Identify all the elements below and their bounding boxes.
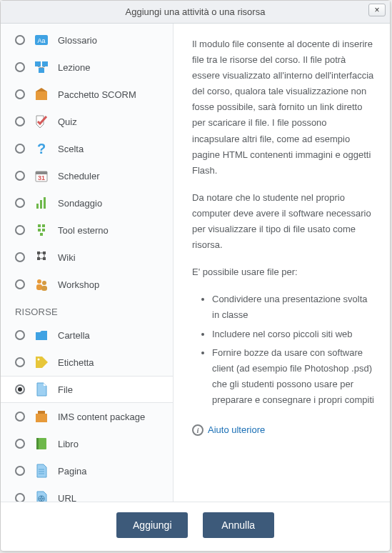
radio-pagina[interactable]: [15, 466, 25, 476]
svg-rect-24: [43, 257, 46, 260]
radio-toolesterno[interactable]: [15, 225, 25, 235]
resource-item-pagina[interactable]: Pagina: [1, 457, 173, 484]
activity-item-label: Scheduler: [58, 171, 167, 181]
svg-rect-20: [40, 233, 43, 236]
page-icon: [32, 462, 51, 480]
label-icon: [32, 353, 51, 372]
radio-scelta[interactable]: [15, 144, 25, 154]
svg-point-30: [42, 281, 46, 285]
description-bullets: Condividere una presentazione svolta in …: [212, 292, 374, 408]
radio-workshop[interactable]: [15, 279, 25, 289]
activity-chooser-dialog: Aggiungi una attività o una risorsa × Aa…: [0, 0, 391, 552]
radio-etichetta[interactable]: [15, 357, 25, 367]
svg-rect-17: [42, 224, 45, 227]
file-icon: [32, 380, 51, 399]
radio-cartella[interactable]: [15, 330, 25, 340]
radio-quiz[interactable]: [15, 116, 25, 126]
resource-item-label: URL: [58, 493, 167, 502]
svg-marker-8: [36, 88, 47, 91]
modules-list[interactable]: AaGlossarioLezionePacchetto SCORMQuiz?Sc…: [1, 24, 174, 502]
svg-rect-14: [40, 200, 42, 209]
description-p3: E' possibile usare file per:: [192, 264, 374, 280]
svg-rect-32: [41, 286, 47, 291]
svg-rect-2: [35, 61, 41, 66]
svg-rect-4: [39, 68, 44, 73]
resource-item-label: Etichetta: [58, 357, 167, 368]
svg-point-29: [37, 279, 41, 284]
activity-item-lezione[interactable]: Lezione: [1, 54, 173, 81]
activity-item-label: Quiz: [58, 116, 167, 127]
activity-item-label: Scelta: [58, 144, 167, 154]
survey-icon: [32, 194, 51, 212]
radio-libro[interactable]: [15, 439, 25, 449]
radio-scheduler[interactable]: [15, 171, 25, 181]
svg-rect-31: [36, 284, 42, 290]
svg-text:?: ?: [37, 141, 46, 156]
calendar-icon: 31: [32, 166, 51, 185]
resource-item-label: IMS content package: [58, 412, 167, 422]
svg-rect-15: [44, 197, 46, 209]
svg-rect-13: [36, 204, 39, 209]
svg-line-6: [41, 66, 45, 68]
svg-point-33: [38, 359, 40, 361]
svg-rect-7: [36, 91, 47, 100]
cancel-button[interactable]: Annulla: [203, 512, 274, 538]
close-button[interactable]: ×: [368, 4, 386, 16]
description-bullet: Condividere una presentazione svolta in …: [212, 292, 374, 323]
activity-item-label: Workshop: [58, 279, 167, 290]
resource-item-libro[interactable]: Libro: [1, 430, 173, 457]
external-icon: [32, 221, 51, 239]
resource-item-cartella[interactable]: Cartella: [1, 322, 173, 349]
description-bullet: Fornire bozze da usare con software clie…: [212, 345, 374, 408]
url-icon: [32, 489, 51, 502]
svg-line-5: [38, 66, 41, 68]
activity-item-scelta[interactable]: ?Scelta: [1, 135, 173, 162]
radio-file[interactable]: [15, 384, 25, 394]
info-icon: i: [192, 424, 203, 436]
activity-item-toolesterno[interactable]: Tool esterno: [1, 216, 173, 244]
svg-text:31: 31: [38, 174, 45, 181]
resource-item-url[interactable]: URL: [1, 484, 173, 502]
help-link[interactable]: i Aiuto ulteriore: [192, 422, 265, 438]
add-button[interactable]: Aggiungi: [116, 512, 188, 538]
choice-icon: ?: [32, 139, 51, 158]
activity-item-workshop[interactable]: Workshop: [1, 271, 173, 298]
glossary-icon: Aa: [32, 31, 51, 49]
resource-item-label: File: [58, 384, 167, 395]
svg-rect-3: [42, 61, 48, 66]
radio-wiki[interactable]: [15, 252, 25, 262]
svg-text:Aa: Aa: [37, 37, 45, 44]
activity-item-glossario[interactable]: AaGlossario: [1, 26, 173, 54]
dialog-header: Aggiungi una attività o una risorsa ×: [1, 1, 390, 24]
activity-item-sondaggio[interactable]: Sondaggio: [1, 189, 173, 216]
resource-item-label: Cartella: [58, 330, 167, 341]
radio-ims[interactable]: [15, 412, 25, 422]
workshop-icon: [32, 275, 51, 294]
description-bullet: Includere nel corso piccoli siti web: [212, 327, 374, 342]
ims-icon: [32, 407, 51, 426]
resource-item-file[interactable]: File: [1, 376, 173, 403]
radio-sondaggio[interactable]: [15, 198, 25, 208]
activity-item-quiz[interactable]: Quiz: [1, 108, 173, 135]
svg-rect-34: [36, 414, 47, 422]
radio-glossario[interactable]: [15, 35, 25, 45]
svg-rect-16: [38, 224, 41, 227]
radio-lezione[interactable]: [15, 62, 25, 72]
activity-item-scorm[interactable]: Pacchetto SCORM: [1, 81, 173, 108]
resource-item-ims[interactable]: IMS content package: [1, 403, 173, 430]
radio-scorm[interactable]: [15, 89, 25, 99]
svg-rect-21: [37, 251, 40, 254]
activity-item-scheduler[interactable]: 31Scheduler: [1, 162, 173, 189]
help-link-label: Aiuto ulteriore: [208, 422, 265, 438]
folder-icon: [32, 326, 51, 344]
activity-item-wiki[interactable]: Wiki: [1, 244, 173, 271]
radio-url[interactable]: [15, 493, 25, 502]
svg-rect-18: [38, 229, 41, 231]
resource-item-etichetta[interactable]: Etichetta: [1, 349, 173, 376]
activity-item-label: Tool esterno: [58, 225, 167, 236]
svg-rect-19: [42, 229, 45, 231]
activity-item-label: Sondaggio: [58, 198, 167, 209]
activity-item-label: Pacchetto SCORM: [58, 89, 167, 100]
svg-rect-37: [36, 438, 39, 449]
dialog-footer: Aggiungi Annulla: [1, 502, 390, 551]
